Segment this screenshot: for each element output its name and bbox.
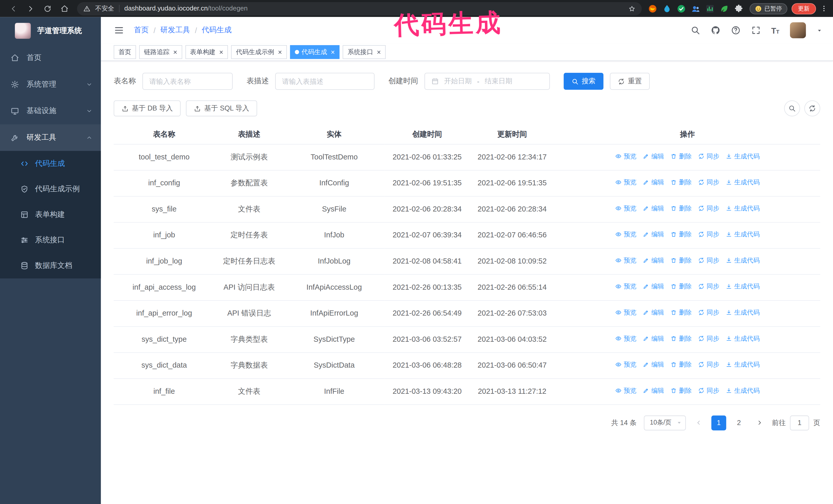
- sidebar-item-form-builder[interactable]: 表单构建: [0, 202, 101, 227]
- sql-import-button[interactable]: 基于 SQL 导入: [186, 100, 257, 116]
- action-sync[interactable]: 同步: [698, 386, 719, 395]
- hamburger-icon[interactable]: [114, 25, 124, 35]
- table-desc-input[interactable]: [275, 73, 375, 90]
- tab-codegen[interactable]: 代码生成×: [290, 45, 340, 59]
- action-preview[interactable]: 预览: [615, 386, 636, 395]
- leaf-extension-icon[interactable]: [720, 4, 729, 13]
- action-sync[interactable]: 同步: [698, 282, 719, 291]
- action-edit[interactable]: 编辑: [643, 230, 664, 239]
- action-sync[interactable]: 同步: [698, 203, 719, 214]
- action-delete[interactable]: 删除: [670, 360, 692, 370]
- action-generate[interactable]: 生成代码: [725, 151, 760, 162]
- avatar-caret-down-icon[interactable]: [816, 27, 823, 33]
- action-preview[interactable]: 预览: [615, 256, 636, 266]
- action-sync[interactable]: 同步: [698, 360, 719, 370]
- action-edit[interactable]: 编辑: [643, 256, 664, 266]
- sidebar-item-dev-tools[interactable]: 研发工具: [0, 124, 101, 151]
- action-generate[interactable]: 生成代码: [725, 282, 760, 291]
- action-sync[interactable]: 同步: [698, 256, 719, 266]
- sidebar-item-infra[interactable]: 基础设施: [0, 98, 101, 124]
- action-sync[interactable]: 同步: [698, 177, 719, 187]
- action-delete[interactable]: 删除: [670, 230, 692, 239]
- action-edit[interactable]: 编辑: [643, 308, 664, 318]
- search-button[interactable]: 搜索: [564, 73, 603, 90]
- tab-system-api[interactable]: 系统接口×: [343, 45, 386, 59]
- page-size-select[interactable]: 10条/页: [644, 415, 686, 430]
- action-sync[interactable]: 同步: [698, 151, 719, 162]
- action-preview[interactable]: 预览: [615, 177, 636, 187]
- tab-form-builder[interactable]: 表单构建×: [185, 45, 228, 59]
- action-generate[interactable]: 生成代码: [725, 203, 760, 214]
- search-icon[interactable]: [690, 25, 700, 35]
- action-edit[interactable]: 编辑: [643, 203, 664, 214]
- action-delete[interactable]: 删除: [670, 334, 692, 343]
- tab-close-icon[interactable]: ×: [331, 49, 335, 56]
- action-generate[interactable]: 生成代码: [725, 308, 760, 318]
- refresh-table-button[interactable]: [804, 100, 820, 116]
- font-size-icon[interactable]: TT: [771, 26, 780, 34]
- breadcrumb-item[interactable]: 首页: [134, 25, 149, 35]
- tab-close-icon[interactable]: ×: [377, 49, 381, 56]
- check-extension-icon[interactable]: [677, 4, 686, 13]
- action-delete[interactable]: 删除: [670, 177, 692, 187]
- sidebar-item-codegen-example[interactable]: 代码生成示例: [0, 176, 101, 202]
- chart-extension-icon[interactable]: [706, 4, 715, 13]
- reload-icon[interactable]: [44, 5, 51, 13]
- extensions-puzzle-icon[interactable]: [734, 4, 743, 13]
- tab-close-icon[interactable]: ×: [278, 49, 282, 56]
- action-delete[interactable]: 删除: [670, 308, 692, 318]
- address-bar[interactable]: 不安全 dashboard.yudao.iocoder.cn/tool/code…: [77, 2, 642, 15]
- table-name-input[interactable]: [142, 73, 233, 90]
- next-page-button[interactable]: [752, 415, 767, 430]
- date-range-picker[interactable]: 开始日期 - 结束日期: [425, 73, 550, 90]
- action-delete[interactable]: 删除: [670, 256, 692, 266]
- action-generate[interactable]: 生成代码: [725, 256, 760, 266]
- paused-badge[interactable]: 已暂停: [750, 3, 787, 14]
- action-edit[interactable]: 编辑: [643, 386, 664, 395]
- app-logo[interactable]: 芋道管理系统: [0, 17, 101, 45]
- db-import-button[interactable]: 基于 DB 导入: [114, 100, 181, 116]
- action-generate[interactable]: 生成代码: [725, 230, 760, 239]
- action-generate[interactable]: 生成代码: [725, 334, 760, 343]
- sidebar-item-codegen[interactable]: 代码生成: [0, 151, 101, 176]
- action-delete[interactable]: 删除: [670, 386, 692, 395]
- tab-close-icon[interactable]: ×: [219, 49, 223, 56]
- action-preview[interactable]: 预览: [615, 334, 636, 343]
- action-generate[interactable]: 生成代码: [725, 360, 760, 370]
- fullscreen-icon[interactable]: [751, 25, 760, 35]
- browser-menu-icon[interactable]: [820, 5, 828, 12]
- action-delete[interactable]: 删除: [670, 151, 692, 162]
- sidebar-item-system-api[interactable]: 系统接口: [0, 227, 101, 253]
- toggle-search-button[interactable]: [784, 100, 800, 116]
- drop-extension-icon[interactable]: [663, 4, 671, 13]
- action-delete[interactable]: 删除: [670, 282, 692, 291]
- prev-page-button[interactable]: [691, 415, 706, 430]
- action-generate[interactable]: 生成代码: [725, 177, 760, 187]
- action-preview[interactable]: 预览: [615, 308, 636, 318]
- action-generate[interactable]: 生成代码: [725, 386, 760, 395]
- github-icon[interactable]: [711, 25, 720, 35]
- people-extension-icon[interactable]: [691, 4, 700, 13]
- tab-tracer[interactable]: 链路追踪×: [139, 45, 182, 59]
- action-edit[interactable]: 编辑: [643, 151, 664, 162]
- breadcrumb-item[interactable]: 研发工具: [161, 25, 190, 35]
- action-preview[interactable]: 预览: [615, 151, 636, 162]
- home-icon[interactable]: [61, 5, 68, 13]
- action-preview[interactable]: 预览: [615, 203, 636, 214]
- action-edit[interactable]: 编辑: [643, 334, 664, 343]
- tab-close-icon[interactable]: ×: [173, 49, 177, 56]
- sidebar-item-home[interactable]: 首页: [0, 45, 101, 71]
- action-sync[interactable]: 同步: [698, 308, 719, 318]
- action-edit[interactable]: 编辑: [643, 360, 664, 370]
- user-avatar[interactable]: [790, 22, 806, 38]
- sidebar-item-system[interactable]: 系统管理: [0, 71, 101, 98]
- action-edit[interactable]: 编辑: [643, 282, 664, 291]
- help-icon[interactable]: [731, 25, 740, 35]
- reset-button[interactable]: 重置: [610, 73, 649, 90]
- page-button-2[interactable]: 2: [732, 415, 746, 430]
- goto-page-input[interactable]: [790, 415, 809, 430]
- back-icon[interactable]: [9, 5, 18, 13]
- action-preview[interactable]: 预览: [615, 360, 636, 370]
- breadcrumb-item[interactable]: 代码生成: [202, 25, 232, 35]
- page-button-1[interactable]: 1: [711, 415, 726, 430]
